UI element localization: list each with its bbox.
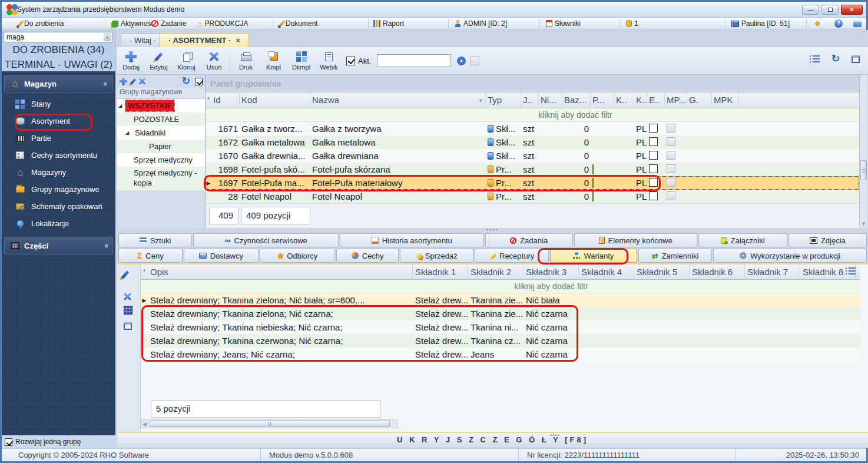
tab-historia-asortymentu[interactable]: Historia asortymentu (340, 233, 484, 247)
refresh-icon[interactable]: ↻ (831, 54, 840, 64)
col-skladnik-4[interactable]: Składnik 4 (579, 264, 634, 280)
tree-add-icon[interactable] (120, 78, 127, 85)
grouping-panel[interactable]: Panel grupowania (206, 75, 859, 92)
expand-one-group-checkbox[interactable] (5, 438, 12, 446)
row-checkbox[interactable] (649, 178, 658, 187)
grid-filter-row[interactable]: kliknij aby dodać filtr (206, 108, 859, 122)
tab-cechy[interactable]: Cechy (336, 249, 399, 263)
detail-horizontal-scrollbar[interactable]: ◀ (141, 419, 397, 428)
gear-icon[interactable] (457, 57, 466, 65)
kmpl-button[interactable]: Kmpl (260, 48, 287, 74)
col-skladnik-6[interactable]: Składnik 6 (690, 264, 745, 280)
help-button[interactable]: ? (832, 18, 845, 29)
tab-zalaczniki[interactable]: Załączniki (698, 233, 787, 247)
col-ni[interactable]: Ni... (539, 92, 562, 108)
sidebar-item-cechy-asortymentu[interactable]: Cechy asortymentu (2, 147, 115, 164)
tab-sztuki[interactable]: Sztuki (118, 233, 192, 247)
tree-filter-checkbox[interactable] (195, 78, 203, 85)
secondary-checkbox[interactable] (471, 57, 479, 65)
col-kod[interactable]: Kod (240, 92, 310, 108)
tab-asortyment[interactable]: · ASORTYMENT · × (160, 33, 249, 47)
col-skladnik-5[interactable]: Składnik 5 (634, 264, 690, 280)
minimize-button[interactable]: — (802, 5, 819, 15)
row-checkbox[interactable] (649, 164, 658, 173)
tree-node-pozostale[interactable]: POZOSTAŁE (117, 113, 205, 126)
list-item-selected[interactable]: ▶ Stelaż drewniany; Tkanina zielona; Nić… (141, 293, 860, 307)
tab-receptury[interactable]: Receptury (475, 249, 548, 263)
sidebar-item-schematy-opakowan[interactable]: Schematy opakowań (2, 198, 115, 215)
tab-czynnosci-serwisowe[interactable]: ∞Czynności serwisowe (193, 233, 339, 247)
todo-counter[interactable]: DO ZROBIENIA (34) (2, 44, 115, 58)
maximize-button[interactable] (821, 5, 839, 15)
col-skladnik-1[interactable]: Składnik 1 (413, 264, 468, 280)
table-row[interactable]: 28 Fotel Neapol Fotel Neapol Pr... szt 0… (206, 190, 859, 203)
tab-wykorzystanie-w-produkcji[interactable]: Wykorzystanie w produkcji (713, 249, 867, 263)
webik-button[interactable]: Webik (315, 48, 343, 74)
tab-zamienniki[interactable]: ⇄Zamienniki (638, 249, 712, 263)
tab-sprzedaz[interactable]: Sprzedaż (400, 249, 473, 263)
row-list-icon[interactable] (813, 55, 820, 62)
sidebar-item-stany[interactable]: Stany (2, 95, 115, 113)
table-row[interactable]: 1670 Gałka drewnia... Gałka drewniana Sk… (206, 149, 859, 163)
sidebar-search-input[interactable] (4, 33, 104, 41)
col-typ[interactable]: Typ (486, 92, 521, 108)
close-button[interactable]: × (841, 5, 863, 15)
col-mpk[interactable]: MPK (712, 92, 739, 108)
tree-edit-icon[interactable] (130, 78, 136, 85)
menu-do-zrobienia[interactable]: Do zrobienia (17, 18, 66, 29)
clone-button[interactable]: Klonuj (173, 48, 200, 74)
tree-node-sprzet-medyczny[interactable]: Sprzęt medyczny (117, 153, 205, 167)
list-item[interactable]: Stelaż drewniany; Jeans; Nić czarna; Ste… (141, 348, 860, 361)
detail-edit-icon[interactable] (121, 270, 130, 279)
sidebar-item-magazyny[interactable]: ⌂ Magazyny (2, 164, 115, 181)
detail-column-select-icon[interactable] (124, 322, 132, 330)
edit-button[interactable]: Edytuj (145, 48, 173, 74)
delete-button[interactable]: Usuń (200, 48, 228, 74)
col-mp[interactable]: MP... (665, 92, 687, 108)
menu-admin[interactable]: ADMIN [ID: 2] (452, 18, 509, 29)
tree-node-papier[interactable]: Papier (117, 140, 205, 153)
tree-node-wszystkie[interactable]: ◢WSZYSTKIE (117, 99, 205, 113)
clear-search-icon[interactable]: x (104, 34, 111, 41)
col-p[interactable]: P... (591, 92, 614, 108)
tab-warianty[interactable]: Warianty (550, 249, 637, 263)
col-g[interactable]: G. (687, 92, 712, 108)
tab-zdjecia[interactable]: Zdjęcia (789, 233, 867, 247)
col-skladnik-7[interactable]: Składnik 7 (745, 264, 800, 280)
tab-witaj[interactable]: · Witaj · (121, 33, 165, 47)
tree-refresh-icon[interactable]: ↻ (182, 77, 190, 86)
col-nazwa[interactable]: ▼Nazwa (310, 92, 486, 108)
close-tab-icon[interactable]: × (236, 36, 240, 45)
matrix-icon[interactable] (124, 306, 132, 315)
grid-vertical-scrollbar[interactable]: ▼ (859, 75, 867, 228)
menu-zadanie[interactable]: Zadanie (149, 18, 188, 29)
col-skladnik-8[interactable]: Składnik 8 (800, 264, 856, 280)
expand-icon[interactable]: ◢ (117, 130, 125, 135)
col-skladnik-3[interactable]: Składnik 3 (524, 264, 579, 280)
sidebar-item-lokalizacje[interactable]: Lokalizacje (2, 215, 115, 232)
detail-row-list-icon[interactable] (849, 267, 856, 275)
cleanup-button[interactable] (812, 18, 823, 29)
menu-slowniki[interactable]: Słowniki (544, 18, 583, 29)
table-row[interactable]: 1671 Gałka z tworz... Gałka z tworzywa S… (206, 122, 859, 135)
scrollbar-thumb[interactable] (860, 160, 867, 180)
tab-zadania[interactable]: Zadania (485, 233, 573, 247)
table-row[interactable]: 1698 Fotel-pufa skó... Fotel-pufa skórza… (206, 163, 859, 176)
row-checkbox[interactable] (649, 137, 658, 146)
sidebar-item-asortyment[interactable]: Asortyment (2, 113, 115, 130)
menu-produkcja[interactable]: ⌂PRODUKCJA (195, 18, 250, 29)
tab-dostawcy[interactable]: Dostawcy (184, 249, 259, 263)
col-skladnik-2[interactable]: Składnik 2 (468, 264, 524, 280)
quick-search-input[interactable] (377, 54, 451, 67)
active-filter-checkbox[interactable] (346, 57, 355, 65)
row-checkbox[interactable] (649, 124, 658, 133)
list-item[interactable]: Stelaż drewniany; Tkanina czerwona; Nić … (141, 334, 860, 348)
col-k2[interactable]: K.. (634, 92, 647, 108)
group-header-czesci[interactable]: Części « (4, 237, 113, 254)
hide-details-bar[interactable]: •••• U K R Y J S Z C Z E G Ó Ł Y [F8] (117, 432, 868, 447)
scroll-left-icon[interactable]: ◀ (143, 421, 147, 427)
col-jm[interactable]: J.. (521, 92, 539, 108)
tree-node-sprzet-medyczny-kopia[interactable]: Sprzęt medyczny - kopia (117, 167, 205, 190)
tab-elementy-koncowe[interactable]: Elementy końcowe (574, 233, 697, 247)
row-checkbox[interactable] (649, 191, 658, 200)
